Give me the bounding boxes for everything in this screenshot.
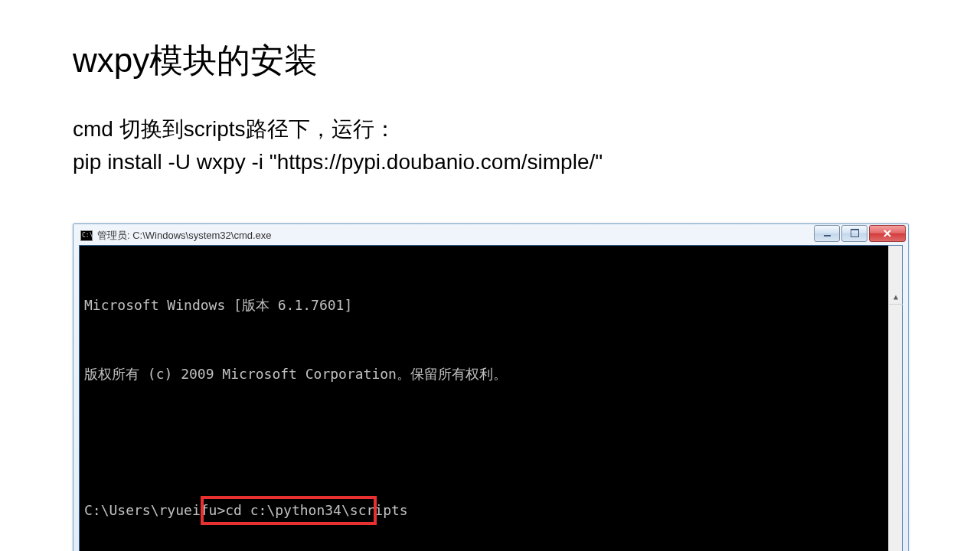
instruction-line-2: pip install -U wxpy -i "https://pypi.dou… <box>73 145 919 178</box>
close-button[interactable] <box>869 225 906 242</box>
window-titlebar: C:\ 管理员: C:\Windows\system32\cmd.exe <box>79 230 903 245</box>
cmd-window: C:\ 管理员: C:\Windows\system32\cmd.exe Mic… <box>73 223 909 551</box>
window-controls <box>814 225 906 242</box>
terminal-prompt-1: C:\Users\ryueifu> <box>84 499 225 522</box>
terminal-cmd-1: cd c:\python34\scripts <box>225 499 407 522</box>
instruction-block: cmd 切换到scripts路径下，运行： pip install -U wxp… <box>73 112 919 179</box>
instruction-line-1: cmd 切换到scripts路径下，运行： <box>73 112 919 145</box>
terminal-body[interactable]: Microsoft Windows [版本 6.1.7601] 版权所有 (c)… <box>79 245 903 551</box>
window-title-text: 管理员: C:\Windows\system32\cmd.exe <box>97 229 272 243</box>
terminal-line-2: 版权所有 (c) 2009 Microsoft Corporation。保留所有… <box>84 363 507 386</box>
slide-title: wxpy模块的安装 <box>73 38 919 83</box>
maximize-button[interactable] <box>841 225 867 242</box>
terminal-line-1: Microsoft Windows [版本 6.1.7601] <box>84 294 352 317</box>
minimize-button[interactable] <box>814 225 840 242</box>
close-icon <box>883 229 892 238</box>
scroll-up-icon[interactable]: ▲ <box>889 291 903 305</box>
scrollbar[interactable]: ▲ ▼ <box>888 246 902 551</box>
cmd-icon: C:\ <box>80 230 93 241</box>
